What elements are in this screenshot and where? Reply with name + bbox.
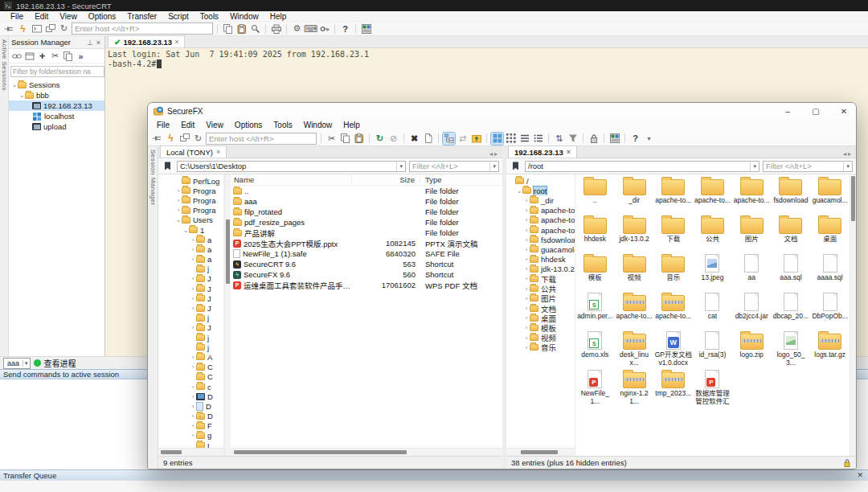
copy-icon[interactable] — [62, 50, 74, 62]
local-list-hscrollbar[interactable] — [231, 448, 502, 456]
remote-file-item[interactable]: PNewFile_1... — [575, 369, 615, 408]
expand-arrow-icon[interactable]: › — [523, 275, 530, 282]
close-button[interactable]: ✕ — [832, 103, 856, 119]
expand-arrow-icon[interactable]: › — [190, 324, 196, 331]
tabs-icon[interactable] — [44, 23, 56, 35]
overflow-icon[interactable]: » — [75, 50, 87, 62]
menu-help[interactable]: Help — [338, 121, 366, 129]
chevron-down-icon[interactable]: ▾ — [489, 162, 498, 171]
keyboard-icon[interactable]: ⌨ — [305, 23, 317, 35]
expand-arrow-icon[interactable]: › — [175, 197, 182, 204]
remote-tree-item[interactable]: ›视频 — [506, 333, 575, 342]
remote-tree-item[interactable]: ›apache-tomc — [506, 215, 575, 225]
close-panel-icon[interactable]: × — [95, 39, 102, 47]
stop-icon[interactable]: ⊘ — [387, 133, 399, 145]
remote-tree-item[interactable]: ›下载 — [506, 274, 575, 284]
expand-arrow-icon[interactable]: › — [523, 285, 530, 293]
session-tree-item[interactable]: 192.168.23.13 — [9, 100, 104, 111]
remote-file-item[interactable]: id_rsa(3) — [693, 330, 732, 369]
key-icon[interactable] — [318, 23, 330, 35]
parent-folder-icon[interactable] — [470, 133, 482, 145]
fx-session-manager-tab-label[interactable]: Session Manager — [149, 146, 157, 469]
local-tree-item[interactable]: j — [158, 314, 223, 323]
remote-tree-item[interactable]: ›apache-tomc — [506, 206, 575, 215]
help-icon[interactable]: ? — [629, 133, 641, 145]
view-large-icon[interactable] — [491, 133, 503, 145]
remote-path-input[interactable] — [526, 162, 750, 171]
paste-icon[interactable] — [235, 23, 248, 35]
remote-path-combo[interactable]: ▾ — [525, 161, 760, 172]
local-tree-item[interactable]: ›J — [158, 293, 223, 303]
remote-file-item[interactable]: 文档 — [772, 215, 811, 253]
remote-tree-item[interactable]: ›guacamole-se — [506, 244, 575, 254]
remote-file-item[interactable]: Sadmin.per... — [575, 292, 615, 330]
link-icon[interactable] — [10, 50, 23, 62]
menu-script[interactable]: Script — [162, 12, 194, 21]
session-tree-item[interactable]: ⌄Sessions — [9, 80, 104, 90]
tab-close-icon[interactable]: × — [216, 148, 220, 156]
remote-tree-item[interactable]: ›桌面 — [506, 314, 575, 323]
local-tree-item[interactable]: ›c — [158, 382, 223, 392]
chevron-down-icon[interactable]: ▾ — [396, 162, 405, 171]
command-combo[interactable]: aaa ▾ — [3, 358, 31, 369]
expand-arrow-icon[interactable]: › — [175, 187, 182, 195]
menu-edit[interactable]: Edit — [175, 121, 200, 129]
help-icon[interactable]: ? — [339, 23, 351, 35]
remote-file-item[interactable]: 图片 — [732, 215, 772, 253]
remote-file-item[interactable]: hhdesk — [575, 215, 615, 253]
active-sessions-tab-label[interactable]: Active Sessions — [1, 36, 8, 356]
remote-file-item[interactable]: 下载 — [653, 215, 693, 253]
remote-tree-item[interactable]: ›fsdownload — [506, 235, 575, 244]
connect-icon[interactable] — [3, 23, 15, 35]
session-tree-item[interactable]: ⌄bbb — [9, 90, 104, 100]
remote-file-item[interactable]: dbcap_20... — [772, 292, 811, 330]
remote-file-item[interactable]: apache-to... — [693, 176, 732, 215]
local-path-combo[interactable]: ▾ — [177, 161, 406, 172]
remote-tree-item[interactable]: ›模板 — [506, 323, 575, 333]
menu-down-icon[interactable]: ▾ — [643, 133, 655, 145]
quick-connect-icon[interactable]: ϟ — [165, 133, 177, 145]
local-file-row[interactable]: ϟSecureCRT 9.6563Shortcut — [231, 259, 502, 269]
local-file-row[interactable]: P2025生态大会PPT模版.pptx1082145PPTX 演示文稿 — [231, 238, 502, 248]
local-tree-item[interactable]: ›a — [158, 255, 223, 264]
menu-help[interactable]: Help — [264, 12, 293, 21]
expand-arrow-icon[interactable]: › — [523, 256, 530, 263]
column-header-size[interactable]: Size — [351, 175, 420, 184]
local-tree-item[interactable]: ›J — [158, 274, 223, 284]
terminal-icon[interactable] — [31, 23, 43, 35]
session-tree-item[interactable]: upload — [9, 121, 104, 132]
local-file-row[interactable]: ..File folder — [231, 186, 502, 196]
maximize-button[interactable]: ▢ — [804, 103, 828, 119]
local-filter-input[interactable] — [410, 162, 489, 171]
chevron-down-icon[interactable]: ▾ — [843, 162, 852, 171]
local-tree-item[interactable]: ›g — [158, 431, 223, 441]
remote-file-item[interactable]: aaa.sql — [772, 253, 811, 292]
menu-tools[interactable]: Tools — [268, 121, 297, 129]
tab-scroll-arrows[interactable]: ◂▸ — [843, 150, 856, 158]
bookmark-icon[interactable] — [162, 160, 174, 172]
local-tree-item[interactable]: j — [158, 264, 223, 274]
remote-file-item[interactable]: desk_linux... — [615, 330, 654, 369]
remote-filter-combo[interactable]: ▾ — [763, 161, 853, 172]
remote-tree-item[interactable]: ⌄root — [506, 186, 575, 195]
remote-file-item[interactable]: fsdownload — [772, 176, 811, 215]
remote-tree-item[interactable]: ›公共 — [506, 284, 575, 293]
cut-icon[interactable]: ✂ — [326, 133, 338, 145]
local-tree-item[interactable]: ›a — [158, 235, 223, 244]
expand-arrow-icon[interactable]: › — [523, 207, 530, 214]
expand-arrow-icon[interactable]: › — [523, 295, 530, 302]
remote-file-item[interactable]: nginx-1.21... — [615, 369, 654, 408]
menu-window[interactable]: Window — [298, 121, 338, 129]
local-file-row[interactable]: ϟSecureFX 9.6560Shortcut — [231, 269, 502, 280]
reconnect-icon[interactable]: ↻ — [192, 133, 204, 145]
expand-arrow-icon[interactable]: › — [523, 246, 530, 253]
minimize-button[interactable]: – — [776, 103, 800, 119]
local-tab[interactable]: Local (TONY) × — [160, 146, 227, 158]
session-filter-input[interactable] — [10, 66, 104, 77]
expand-arrow-icon[interactable]: › — [190, 305, 196, 312]
remote-file-item[interactable]: apache-to... — [653, 292, 693, 330]
cut-icon[interactable]: ✂ — [49, 50, 61, 62]
fx-session-manager-strip[interactable]: Session Manager — [148, 146, 158, 469]
print-icon[interactable] — [270, 23, 282, 35]
remote-file-item[interactable]: apache-to... — [615, 292, 654, 330]
